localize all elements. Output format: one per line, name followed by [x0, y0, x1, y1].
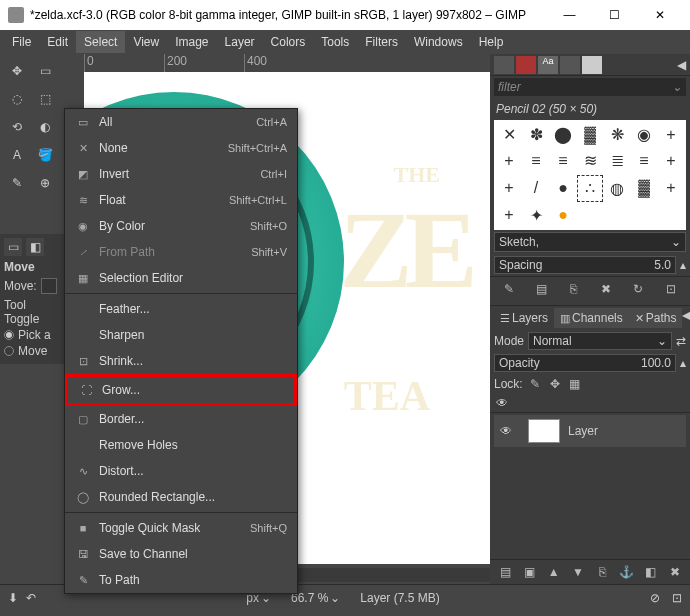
menu-layer[interactable]: Layer — [217, 31, 263, 53]
menu-item-sharpen[interactable]: Sharpen — [65, 322, 297, 348]
menu-item-label: Selection Editor — [99, 271, 279, 285]
menu-item-by-color[interactable]: ◉By ColorShift+O — [65, 213, 297, 239]
menu-item-label: Remove Holes — [99, 438, 279, 452]
duplicate-layer-icon[interactable]: ⎘ — [594, 564, 610, 580]
layer-row[interactable]: 👁 Layer — [494, 415, 686, 447]
tab-channels[interactable]: ▥Channels — [554, 308, 629, 328]
menu-item-to-path[interactable]: ✎To Path — [65, 567, 297, 593]
tab-layers[interactable]: ☰Layers — [494, 308, 554, 328]
move-option-radio[interactable]: Move — [4, 344, 61, 358]
duplicate-brush-icon[interactable]: ⎘ — [566, 281, 582, 297]
close-button[interactable]: ✕ — [637, 0, 682, 30]
menu-item-feather[interactable]: Feather... — [65, 296, 297, 322]
lock-alpha-icon[interactable]: ▦ — [567, 376, 583, 392]
crop-tool-icon[interactable]: ⬚ — [32, 86, 58, 112]
menu-item-all[interactable]: ▭AllCtrl+A — [65, 109, 297, 135]
dock-menu-icon[interactable]: ◀ — [677, 58, 686, 72]
lock-pixels-icon[interactable]: ✎ — [527, 376, 543, 392]
delete-layer-icon[interactable]: ✖ — [667, 564, 683, 580]
move-option-radio[interactable]: Pick a — [4, 328, 61, 342]
save-status-icon[interactable]: ⬇ — [8, 591, 18, 605]
menu-item-rounded-rectangle[interactable]: ◯Rounded Rectangle... — [65, 484, 297, 510]
brush-category-select[interactable]: Sketch,⌄ — [494, 232, 686, 252]
menu-item-selection-editor[interactable]: ▦Selection Editor — [65, 265, 297, 291]
menu-item-toggle-quick-mask[interactable]: ■Toggle Quick MaskShift+Q — [65, 515, 297, 541]
lower-layer-icon[interactable]: ▼ — [570, 564, 586, 580]
open-brush-icon[interactable]: ⊡ — [663, 281, 679, 297]
brush-grid[interactable]: ✕✽⬤▓❋◉+ +≡≡≋≣≡+ +/●∴◍▓+ +✦● — [494, 120, 686, 230]
brush-tool-icon[interactable]: ✎ — [4, 170, 30, 196]
dock-tab-icon[interactable] — [494, 56, 514, 74]
menu-tools[interactable]: Tools — [313, 31, 357, 53]
bucket-tool-icon[interactable]: 🪣 — [32, 142, 58, 168]
menu-item-float[interactable]: ≋FloatShift+Ctrl+L — [65, 187, 297, 213]
menu-item-label: Rounded Rectangle... — [99, 490, 279, 504]
mode-switch-icon[interactable]: ⇄ — [676, 334, 686, 348]
menu-item-shortcut: Shift+Ctrl+A — [228, 142, 287, 154]
layer-group-icon[interactable]: ▣ — [521, 564, 537, 580]
move-tool-icon[interactable]: ✥ — [4, 58, 30, 84]
menu-filters[interactable]: Filters — [357, 31, 406, 53]
lasso-tool-icon[interactable]: ◌ — [4, 86, 30, 112]
menu-item-remove-holes[interactable]: Remove Holes — [65, 432, 297, 458]
dock-tab-icon[interactable]: Aa — [538, 56, 558, 74]
status-toggle-icon[interactable]: ⊡ — [672, 591, 682, 605]
menu-colors[interactable]: Colors — [263, 31, 314, 53]
spacing-up-icon[interactable]: ▴ — [680, 258, 686, 272]
rotate-tool-icon[interactable]: ⟲ — [4, 114, 30, 140]
eye-icon[interactable]: 👁 — [496, 396, 508, 410]
maximize-button[interactable]: ☐ — [592, 0, 637, 30]
new-layer-icon[interactable]: ▤ — [497, 564, 513, 580]
brush-filter-input[interactable]: filter⌄ — [494, 78, 686, 96]
menu-select[interactable]: Select — [76, 31, 125, 53]
mask-layer-icon[interactable]: ◧ — [643, 564, 659, 580]
text-tool-icon[interactable]: A — [4, 142, 30, 168]
menu-item-save-to-channel[interactable]: 🖫Save to Channel — [65, 541, 297, 567]
menu-item-invert[interactable]: ◩InvertCtrl+I — [65, 161, 297, 187]
menu-image[interactable]: Image — [167, 31, 216, 53]
dock-menu-icon[interactable]: ◀ — [682, 308, 690, 328]
layer-name-label[interactable]: Layer — [568, 424, 598, 438]
window-title: *zelda.xcf-3.0 (RGB color 8-bit gamma in… — [30, 8, 547, 22]
dock-tab-icon[interactable] — [582, 56, 602, 74]
tab-paths[interactable]: ✕Paths — [629, 308, 683, 328]
opacity-slider[interactable]: Opacity100.0 — [494, 354, 676, 372]
menu-item-label: Float — [99, 193, 221, 207]
menu-item-border[interactable]: ▢Border... — [65, 406, 297, 432]
mode-select[interactable]: Normal⌄ — [528, 332, 672, 350]
dock-tab-icon[interactable]: ◧ — [26, 238, 44, 256]
menu-item-label: By Color — [99, 219, 242, 233]
dock-tab-icon[interactable]: ▭ — [4, 238, 22, 256]
menu-item-icon — [75, 327, 91, 343]
move-mode-icon[interactable] — [41, 278, 57, 294]
menu-view[interactable]: View — [125, 31, 167, 53]
merge-layer-icon[interactable]: ⚓ — [618, 564, 634, 580]
clone-tool-icon[interactable]: ⊕ — [32, 170, 58, 196]
menu-edit[interactable]: Edit — [39, 31, 76, 53]
opacity-up-icon[interactable]: ▴ — [680, 356, 686, 370]
refresh-brush-icon[interactable]: ↻ — [630, 281, 646, 297]
menu-file[interactable]: File — [4, 31, 39, 53]
spacing-input[interactable]: Spacing5.0 — [494, 256, 676, 274]
menu-help[interactable]: Help — [471, 31, 512, 53]
revert-status-icon[interactable]: ↶ — [26, 591, 36, 605]
menu-item-grow[interactable]: ⛶Grow... — [65, 374, 297, 406]
menu-item-shrink[interactable]: ⊡Shrink... — [65, 348, 297, 374]
dock-tab-icon[interactable] — [516, 56, 536, 74]
menu-item-none[interactable]: ✕NoneShift+Ctrl+A — [65, 135, 297, 161]
status-cancel-icon[interactable]: ⊘ — [650, 591, 660, 605]
delete-brush-icon[interactable]: ✖ — [598, 281, 614, 297]
select-tool-icon[interactable]: ▭ — [32, 58, 58, 84]
menu-item-distort[interactable]: ∿Distort... — [65, 458, 297, 484]
menu-item-icon: ⊡ — [75, 353, 91, 369]
raise-layer-icon[interactable]: ▲ — [546, 564, 562, 580]
menu-item-icon — [75, 301, 91, 317]
edit-brush-icon[interactable]: ✎ — [501, 281, 517, 297]
menu-windows[interactable]: Windows — [406, 31, 471, 53]
lock-position-icon[interactable]: ✥ — [547, 376, 563, 392]
warp-tool-icon[interactable]: ◐ — [32, 114, 58, 140]
layer-visibility-icon[interactable]: 👁 — [500, 424, 520, 438]
dock-tab-icon[interactable] — [560, 56, 580, 74]
new-brush-icon[interactable]: ▤ — [533, 281, 549, 297]
minimize-button[interactable]: — — [547, 0, 592, 30]
